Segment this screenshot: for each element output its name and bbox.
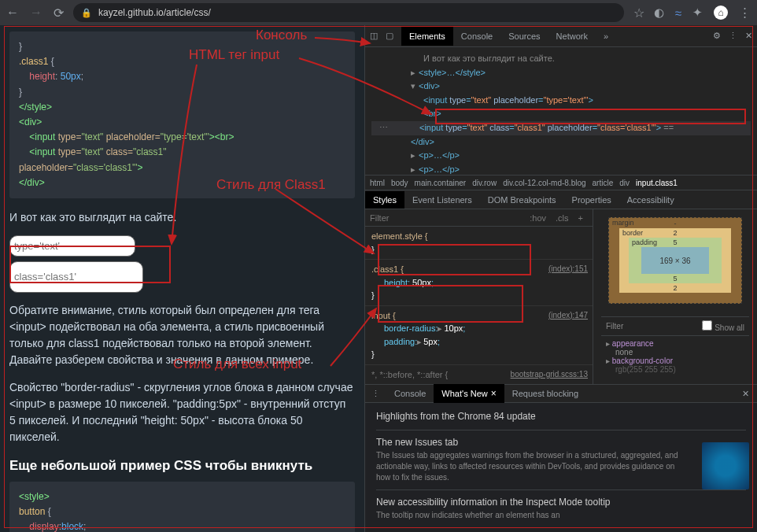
drawer-tab-console[interactable]: Console	[386, 385, 434, 402]
devtools-toolbar: ◫ ▢ Elements Console Sources Network » ⚙…	[365, 25, 757, 47]
promo-image	[702, 442, 749, 490]
para-2: Свойство "border-radius" - скругления уг…	[9, 379, 355, 445]
new-rule-icon[interactable]: +	[574, 213, 588, 223]
para-1: Обратите внимание, стиль который был опр…	[9, 302, 355, 368]
drawer-menu-icon[interactable]: ⋮	[365, 389, 386, 399]
filter-input[interactable]: Filter	[370, 213, 389, 223]
tab-network[interactable]: Network	[548, 27, 596, 46]
dom-tree[interactable]: И вот как это выглядит на сайте. ▸<style…	[365, 47, 757, 175]
rule-class1[interactable]: (index):151 .class1 { height: 50px; }	[365, 260, 593, 306]
tab-console[interactable]: Console	[453, 27, 500, 46]
lock-icon: 🔒	[81, 8, 92, 18]
close-icon[interactable]: ×	[491, 388, 497, 399]
reload-icon[interactable]: ⟳	[54, 6, 64, 20]
tab-more[interactable]: »	[596, 27, 616, 46]
rule-input[interactable]: (index):147 input { border-radius:▸10px;…	[365, 306, 593, 365]
cls-toggle[interactable]: .cls	[551, 213, 574, 223]
drawer-tab-whatsnew[interactable]: What's New×	[434, 384, 504, 403]
intro-text: И вот как это выглядит на сайте.	[9, 209, 355, 226]
box-model: margin - border 2 2 padding 5 5 169 × 36	[608, 217, 742, 304]
article-pane: } .class1 { height: 50px; } </style> <di…	[0, 25, 364, 532]
extensions-icon[interactable]: ✦	[692, 6, 703, 20]
heading-2: Еще небольшой пример CSS чтобы вникнуть	[9, 458, 355, 474]
breadcrumb[interactable]: html body main.container div.row div.col…	[365, 175, 757, 190]
back-icon[interactable]: ←	[6, 6, 19, 20]
devtools-panel: ◫ ▢ Elements Console Sources Network » ⚙…	[364, 25, 757, 532]
styles-tabs: Styles Event Listeners DOM Breakpoints P…	[365, 190, 757, 209]
code-block-2: <style> button { display:block;	[9, 482, 355, 532]
browser-toolbar: ← → ⟳ 🔒 kayzel.github.io/article/css/ ☆ …	[0, 0, 757, 25]
code-block-1: } .class1 { height: 50px; } </style> <di…	[9, 31, 355, 198]
demo-input-1[interactable]	[9, 235, 135, 257]
tab-styles[interactable]: Styles	[365, 191, 404, 209]
ext-icon-1[interactable]: ◐	[654, 6, 664, 20]
tab-dom-breakpoints[interactable]: DOM Breakpoints	[480, 191, 564, 209]
tab-accessibility[interactable]: Accessibility	[619, 191, 682, 209]
close-devtools-icon[interactable]: ✕	[745, 31, 752, 41]
settings-icon[interactable]: ⚙	[713, 31, 721, 41]
address-bar[interactable]: 🔒 kayzel.github.io/article/css/	[73, 3, 624, 22]
styles-rules: Filter :hov .cls + element.style { } (in…	[365, 209, 593, 384]
computed-panel: margin - border 2 2 padding 5 5 169 × 36…	[593, 209, 757, 384]
hov-toggle[interactable]: :hov	[525, 213, 551, 223]
menu-icon[interactable]: ⋮	[739, 6, 751, 20]
tab-sources[interactable]: Sources	[500, 27, 548, 46]
inspect-icon[interactable]: ◫	[370, 31, 378, 41]
profile-icon[interactable]: ⌂	[714, 6, 728, 20]
tab-properties[interactable]: Properties	[564, 191, 619, 209]
url-text: kayzel.github.io/article/css/	[98, 7, 211, 18]
tab-event-listeners[interactable]: Event Listeners	[404, 191, 480, 209]
tab-elements[interactable]: Elements	[401, 27, 453, 46]
device-icon[interactable]: ▢	[386, 31, 393, 41]
demo-inputs	[9, 235, 355, 293]
demo-input-2[interactable]	[9, 261, 143, 293]
drawer-tab-blocking[interactable]: Request blocking	[504, 385, 586, 402]
drawer-close-icon[interactable]: ✕	[734, 389, 757, 399]
ext-icon-2[interactable]: ≈	[675, 6, 681, 20]
computed-filter[interactable]: Filter	[606, 322, 623, 331]
whats-new-panel: Highlights from the Chrome 84 update The…	[365, 403, 757, 532]
drawer-tabs: ⋮ Console What's New× Request blocking ✕	[365, 384, 757, 403]
rule-star[interactable]: bootstrap-grid.scss:13 *, *::before, *::…	[365, 365, 593, 385]
devtools-menu-icon[interactable]: ⋮	[729, 31, 737, 41]
showall-checkbox[interactable]	[702, 320, 712, 331]
forward-icon[interactable]: →	[30, 6, 42, 20]
rule-element-style[interactable]: element.style { }	[365, 227, 593, 260]
star-icon[interactable]: ☆	[633, 6, 644, 20]
